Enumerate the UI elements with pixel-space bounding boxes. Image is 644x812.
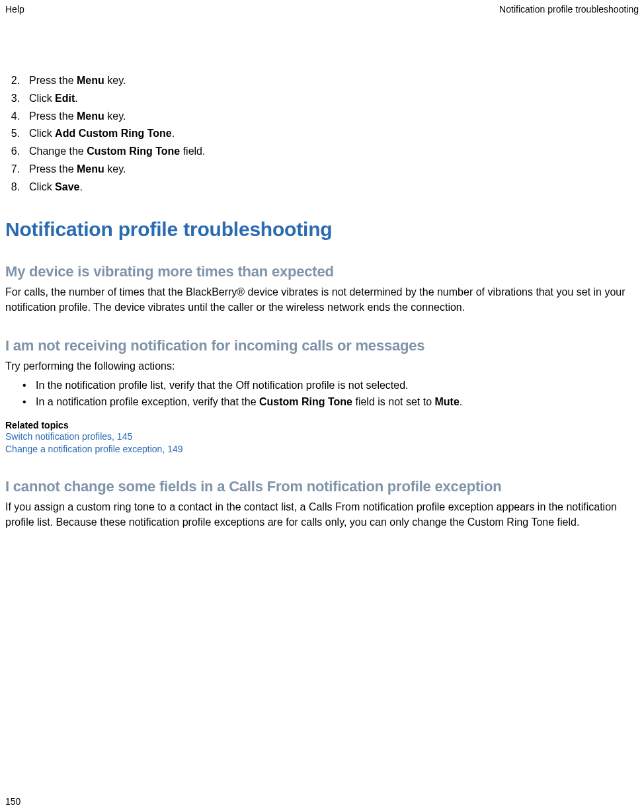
step-pre: Click — [29, 93, 55, 104]
step-bold: Save — [55, 181, 79, 192]
step-post: key. — [104, 110, 126, 122]
step-number: 6. — [5, 143, 22, 160]
step-text: Change the Custom Ring Tone field. — [22, 143, 205, 160]
heading-cannot-change: I cannot change some fields in a Calls F… — [5, 478, 639, 495]
related-link[interactable]: Change a notification profile exception,… — [5, 443, 639, 456]
page-number: 150 — [5, 796, 20, 807]
paragraph: Try performing the following actions: — [5, 358, 639, 374]
heading-vibrating: My device is vibrating more times than e… — [5, 263, 639, 280]
header-left: Help — [5, 4, 24, 19]
header-right: Notification profile troubleshooting — [499, 4, 639, 19]
paragraph: For calls, the number of times that the … — [5, 284, 639, 315]
bullet-list: • In the notification profile list, veri… — [5, 378, 639, 411]
bullet-bold-2: Mute — [435, 396, 460, 407]
bullet-pre: In a notification profile exception, ver… — [36, 396, 259, 407]
step-text: Click Add Custom Ring Tone. — [22, 126, 175, 142]
step-text: Click Save. — [22, 179, 83, 196]
step-item: 7. Press the Menu key. — [5, 161, 639, 178]
step-item: 3. Click Edit. — [5, 91, 639, 107]
step-number: 2. — [5, 73, 22, 89]
list-item: • In a notification profile exception, v… — [5, 394, 639, 411]
step-post: field. — [180, 145, 205, 157]
page-body: 2. Press the Menu key. 3. Click Edit. 4.… — [5, 73, 639, 530]
list-text: In a notification profile exception, ver… — [32, 394, 462, 411]
step-bold: Menu — [77, 110, 104, 122]
step-item: 2. Press the Menu key. — [5, 73, 639, 89]
step-item: 8. Click Save. — [5, 179, 639, 196]
step-text: Press the Menu key. — [22, 73, 126, 89]
step-number: 5. — [5, 126, 22, 142]
related-topics-heading: Related topics — [5, 420, 639, 430]
step-text: Press the Menu key. — [22, 108, 126, 125]
step-item: 5. Click Add Custom Ring Tone. — [5, 126, 639, 142]
step-number: 7. — [5, 161, 22, 178]
step-item: 6. Change the Custom Ring Tone field. — [5, 143, 639, 160]
step-post: key. — [104, 75, 126, 86]
step-post: . — [172, 128, 175, 139]
step-pre: Change the — [29, 145, 87, 157]
step-text: Click Edit. — [22, 91, 78, 107]
heading-not-receiving: I am not receiving notification for inco… — [5, 337, 639, 354]
step-pre: Press the — [29, 110, 77, 122]
heading-profile-troubleshooting: Notification profile troubleshooting — [5, 218, 639, 241]
bullet-icon: • — [22, 394, 32, 411]
bullet-post-2: . — [460, 396, 462, 407]
step-bold: Edit — [55, 93, 75, 104]
step-bold: Menu — [77, 163, 104, 175]
step-pre: Press the — [29, 75, 77, 86]
step-post: key. — [104, 163, 126, 175]
step-item: 4. Press the Menu key. — [5, 108, 639, 125]
step-bold: Add Custom Ring Tone — [55, 128, 172, 139]
list-item: • In the notification profile list, veri… — [5, 378, 639, 394]
step-list: 2. Press the Menu key. 3. Click Edit. 4.… — [5, 73, 639, 196]
page-header: Help Notification profile troubleshootin… — [0, 4, 644, 19]
step-post: . — [75, 93, 77, 104]
related-link[interactable]: Switch notification profiles, 145 — [5, 430, 639, 443]
step-post: . — [79, 181, 82, 192]
step-number: 8. — [5, 179, 22, 196]
step-pre: Click — [29, 128, 55, 139]
bullet-icon: • — [22, 378, 32, 394]
list-text: In the notification profile list, verify… — [32, 378, 409, 394]
step-bold: Custom Ring Tone — [87, 145, 180, 157]
paragraph: If you assign a custom ring tone to a co… — [5, 499, 639, 530]
step-number: 3. — [5, 91, 22, 107]
step-bold: Menu — [77, 75, 104, 86]
bullet-bold: Custom Ring Tone — [259, 396, 352, 407]
bullet-post: field is not set to — [352, 396, 435, 407]
step-number: 4. — [5, 108, 22, 125]
step-pre: Press the — [29, 163, 77, 175]
bullet-pre: In the notification profile list, verify… — [36, 380, 409, 391]
step-pre: Click — [29, 181, 55, 192]
step-text: Press the Menu key. — [22, 161, 126, 178]
